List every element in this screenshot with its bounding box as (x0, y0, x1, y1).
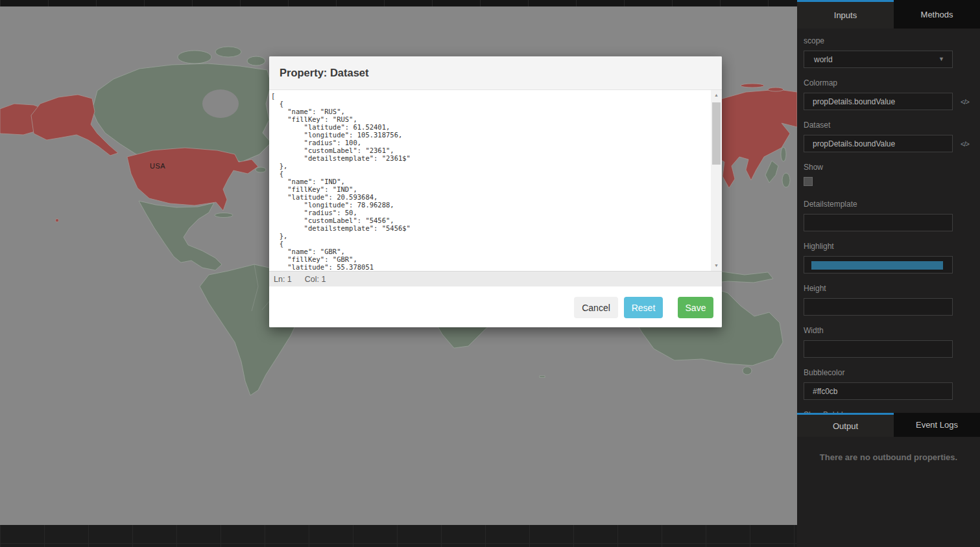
cancel-button[interactable]: Cancel (574, 297, 618, 318)
editor-scrollbar[interactable]: ▲ ▼ (711, 90, 722, 271)
field-highlight: Highlight (804, 242, 974, 274)
scroll-down-icon[interactable]: ▼ (711, 261, 722, 271)
reset-button[interactable]: Reset (624, 297, 663, 318)
field-detailstemplate: Detailstemplate (804, 200, 974, 231)
editor-statusbar: Ln: 1 Col: 1 (269, 271, 722, 286)
scroll-up-icon[interactable]: ▲ (711, 90, 722, 100)
code-bind-icon[interactable]: </> (961, 98, 969, 106)
colormap-label: Colormap (804, 78, 974, 88)
cursor-col-indicator: Col: 1 (305, 275, 326, 284)
tab-methods[interactable]: Methods (894, 0, 980, 29)
app: USA Property: Dataset [ { "name": "RUS",… (0, 0, 980, 547)
hudson-bay (202, 89, 239, 118)
detailstemplate-label: Detailstemplate (804, 200, 974, 209)
russia-arctic-island (741, 84, 764, 87)
tasmania[interactable] (743, 367, 752, 375)
country-japan[interactable] (782, 173, 790, 187)
code-bind-icon[interactable]: </> (961, 140, 969, 148)
panel-fields: scope world ▼ Colormap </> Dataset </> (797, 29, 980, 420)
scrollbar-thumb[interactable] (712, 102, 721, 165)
width-input[interactable] (804, 340, 953, 358)
field-scope: scope world ▼ (804, 36, 974, 68)
nova-scotia[interactable] (256, 167, 266, 172)
modal-footer: Cancel Reset Save (269, 286, 722, 327)
dataset-json-textarea[interactable]: [ { "name": "RUS", "fillKey": "RUS", "la… (269, 90, 711, 271)
arctic-island[interactable] (215, 47, 241, 57)
show-checkbox[interactable] (804, 177, 813, 186)
dataset-input[interactable] (804, 135, 953, 152)
scope-select[interactable]: world ▼ (804, 51, 953, 68)
show-label: Show (804, 163, 974, 172)
chevron-down-icon: ▼ (938, 56, 944, 62)
code-editor: [ { "name": "RUS", "fillKey": "RUS", "la… (269, 90, 722, 271)
sakhalin[interactable] (781, 147, 786, 161)
detailstemplate-input[interactable] (804, 214, 953, 231)
panel-tabs: Inputs Methods (797, 0, 980, 29)
highlight-label: Highlight (804, 242, 974, 251)
field-width: Width (804, 326, 974, 358)
scope-select-value: world (814, 55, 833, 64)
colormap-input[interactable] (804, 93, 953, 110)
height-label: Height (804, 284, 974, 294)
save-button[interactable]: Save (678, 297, 713, 318)
bubblecolor-label: Bubblecolor (804, 368, 974, 378)
scope-label: scope (804, 36, 974, 46)
bubblecolor-input[interactable] (804, 382, 953, 400)
width-label: Width (804, 326, 974, 336)
cuba[interactable] (215, 213, 233, 218)
field-bubblecolor: Bubblecolor (804, 368, 974, 400)
property-dataset-modal: Property: Dataset [ { "name": "RUS", "fi… (269, 56, 722, 327)
design-grid-bottom (0, 525, 797, 547)
field-dataset: Dataset </> (804, 121, 974, 152)
highlight-selection (811, 261, 943, 270)
height-input[interactable] (804, 298, 953, 316)
output-panel: Output Event Logs There are no outbound … (797, 413, 980, 547)
highlight-input[interactable] (804, 256, 953, 274)
output-panel-tabs: Output Event Logs (797, 413, 980, 437)
hawaii[interactable] (56, 219, 59, 222)
modal-header: Property: Dataset (269, 56, 722, 90)
field-show: Show (804, 163, 974, 186)
no-outbound-properties-message: There are no outbound properties. (797, 452, 980, 462)
properties-panel: Inputs Methods scope world ▼ Colormap </… (797, 0, 980, 547)
russia-arctic-island (768, 87, 783, 91)
arctic-island[interactable] (178, 51, 211, 64)
design-grid-top (0, 0, 797, 6)
cursor-line-indicator: Ln: 1 (274, 275, 292, 284)
tab-inputs[interactable]: Inputs (797, 0, 894, 29)
modal-title: Property: Dataset (280, 67, 369, 79)
small-island (540, 376, 545, 378)
tab-event-logs[interactable]: Event Logs (894, 413, 980, 437)
field-height: Height (804, 284, 974, 316)
arctic-island[interactable] (247, 56, 265, 65)
field-colormap: Colormap </> (804, 78, 974, 110)
tab-output[interactable]: Output (797, 413, 894, 437)
dataset-label: Dataset (804, 121, 974, 130)
map-label-usa: USA (150, 162, 165, 170)
